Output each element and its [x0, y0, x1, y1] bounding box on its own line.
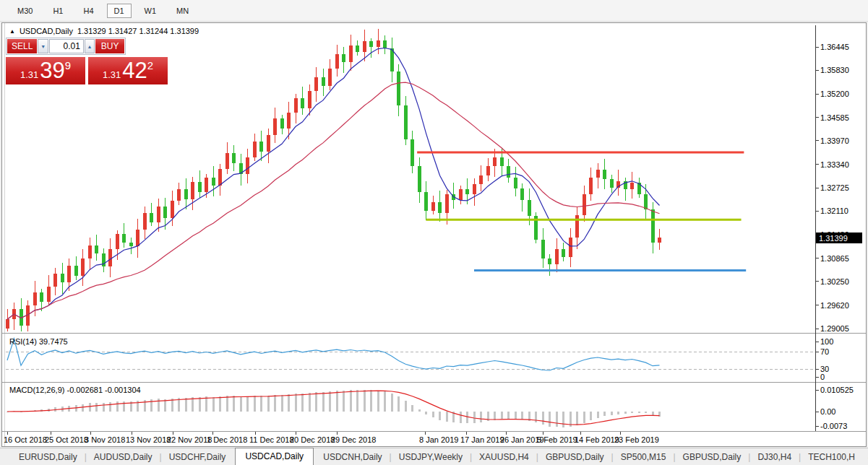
buy-price-pip: 2	[147, 59, 153, 71]
svg-text:1.36445: 1.36445	[820, 43, 849, 51]
sell-price-prefix: 1.31	[20, 69, 38, 80]
buy-price-main: 42	[122, 58, 147, 83]
buy-price-button[interactable]: 1.31 42 2	[88, 57, 168, 84]
sell-button[interactable]: SELL	[7, 39, 37, 53]
svg-text:0.00: 0.00	[820, 407, 835, 416]
volume-input[interactable]	[49, 39, 84, 53]
svg-text:1 Dec 2018: 1 Dec 2018	[207, 435, 247, 444]
rsi-name: RSI(14)	[9, 337, 37, 346]
svg-text:70: 70	[820, 347, 829, 356]
svg-text:1.35830: 1.35830	[820, 66, 849, 74]
tab-eurusd-daily[interactable]: EURUSD,Daily	[12, 450, 85, 465]
svg-text:16 Oct 2018: 16 Oct 2018	[4, 435, 47, 444]
svg-text:1.31399: 1.31399	[819, 234, 848, 243]
svg-text:29 Dec 2018: 29 Dec 2018	[331, 435, 376, 444]
svg-text:23 Feb 2019: 23 Feb 2019	[614, 435, 659, 444]
tab-gbpusd-daily[interactable]: GBPUSD,Daily	[538, 450, 611, 465]
macd-indicator-label: MACD(12,26,9) -0.002681 -0.001304	[9, 386, 141, 394]
svg-text:100: 100	[820, 337, 833, 346]
svg-text:-0.0073: -0.0073	[820, 422, 847, 430]
tab-sp500-m15[interactable]: SP500,M15	[614, 450, 674, 465]
order-entry-row: SELL ▼ ▲ BUY	[6, 38, 126, 55]
symbol-title: USDCAD,Daily	[20, 27, 73, 35]
buy-button[interactable]: BUY	[95, 39, 124, 53]
svg-text:20 Dec 2018: 20 Dec 2018	[290, 435, 335, 444]
svg-text:1.29620: 1.29620	[820, 301, 849, 310]
svg-text:11 Dec 2018: 11 Dec 2018	[249, 435, 294, 444]
svg-text:5 Feb 2019: 5 Feb 2019	[537, 435, 577, 444]
one-click-trading-panel: SELL ▼ ▲ BUY 1.31 39 9 1.31 42 2	[6, 38, 169, 84]
svg-text:1.33970: 1.33970	[820, 136, 849, 145]
current-price-tag: 1.31399	[816, 232, 862, 243]
chart-window-frame	[2, 23, 867, 447]
tab-usdjpy-weekly[interactable]: USDJPY,Weekly	[392, 450, 470, 465]
rsi-indicator-label: RSI(14) 39.7475	[9, 337, 68, 346]
collapse-panel-arrow-icon[interactable]: ▲	[9, 28, 15, 35]
tab-dj30-h4[interactable]: DJ30,H4	[750, 450, 799, 465]
tab-xauusd-h4[interactable]: XAUUSD,H4	[472, 450, 536, 465]
svg-text:3 Nov 2018: 3 Nov 2018	[85, 435, 125, 444]
svg-text:1.32725: 1.32725	[820, 183, 849, 192]
svg-text:0.010525: 0.010525	[820, 386, 854, 394]
svg-text:1.30250: 1.30250	[820, 277, 849, 286]
macd-name: MACD(12,26,9)	[9, 386, 64, 394]
tab-usdcad-daily[interactable]: USDCAD,Daily	[235, 448, 314, 465]
ohlc-values: 1.31329 1.31427 1.31244 1.31399	[77, 27, 199, 35]
svg-text:1.34585: 1.34585	[820, 113, 849, 122]
rsi-value: 39.7475	[39, 337, 68, 346]
svg-text:25 Oct 2018: 25 Oct 2018	[45, 435, 88, 444]
svg-text:1.35200: 1.35200	[820, 90, 849, 98]
svg-text:1.29005: 1.29005	[820, 324, 849, 333]
svg-text:0: 0	[820, 373, 825, 381]
chart-title: ▲ USDCAD,Daily 1.31329 1.31427 1.31244 1…	[9, 27, 199, 35]
svg-text:17 Jan 2019: 17 Jan 2019	[460, 435, 504, 444]
volume-decrease-button[interactable]: ▼	[38, 39, 48, 53]
svg-text:8 Jan 2019: 8 Jan 2019	[419, 435, 458, 444]
chart-tabs-bar: EURUSD,Daily|AUDUSD,Daily|USDCHF,Daily|U…	[0, 448, 868, 465]
volume-increase-button[interactable]: ▲	[85, 39, 95, 53]
sell-price-main: 39	[40, 58, 64, 83]
buy-price-prefix: 1.31	[103, 69, 121, 80]
quote-buttons-row: 1.31 39 9 1.31 42 2	[6, 57, 169, 84]
macd-value: -0.002681 -0.001304	[66, 386, 140, 394]
tab-gbpusd-daily[interactable]: GBPUSD,Daily	[676, 450, 749, 465]
svg-text:1.33340: 1.33340	[820, 160, 849, 169]
svg-text:13 Nov 2018: 13 Nov 2018	[126, 435, 171, 444]
tab-usdcnh-daily[interactable]: USDCNH,Daily	[316, 450, 389, 465]
svg-text:1.32110: 1.32110	[820, 207, 848, 215]
svg-text:1.30865: 1.30865	[820, 254, 849, 263]
svg-text:14 Feb 2019: 14 Feb 2019	[575, 435, 619, 444]
tab-usdchf-daily[interactable]: USDCHF,Daily	[162, 450, 233, 465]
tab-audusd-daily[interactable]: AUDUSD,Daily	[87, 450, 160, 465]
tab-tech100-h[interactable]: TECH100,H	[801, 450, 862, 465]
svg-text:22 Nov 2018: 22 Nov 2018	[167, 435, 212, 444]
sell-price-pip: 9	[65, 59, 71, 71]
sell-price-button[interactable]: 1.31 39 9	[6, 57, 85, 84]
